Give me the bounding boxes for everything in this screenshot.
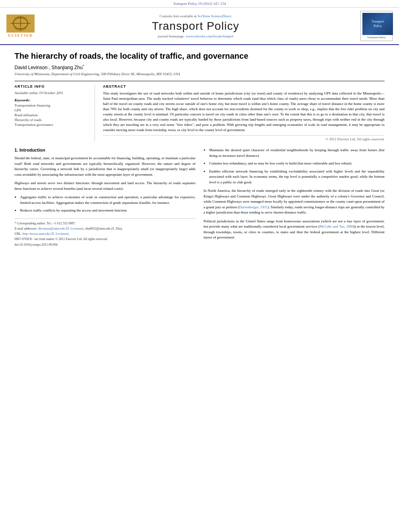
- journal-citation: Transport Policy 19 (2012) 147–154: [173, 2, 226, 6]
- tp-logo-box: TransportPolicy Transport Policy: [360, 11, 393, 41]
- authors: David Levinson , Shanjiang Zhu*: [14, 64, 385, 70]
- homepage-link[interactable]: www.elsevier.com/locate/tranpol: [186, 34, 233, 38]
- intro-para2: Highways and streets serve two distinct …: [14, 181, 195, 191]
- affiliation: University of Minnesota, Department of C…: [14, 72, 385, 76]
- mccabe-ref[interactable]: McCabe and Tao, 2006: [319, 224, 354, 228]
- tp-logo-label: Transport Policy: [362, 36, 391, 39]
- bullet-item-2: Reduces traffic conflicts by separating …: [14, 208, 195, 214]
- bullet-item-r3: Enables efficient network financing by e…: [204, 169, 385, 185]
- bullet-item-1: Aggregates traffic to achieve economies …: [14, 195, 195, 205]
- left-bullet-list: Aggregates traffic to achieve economies …: [14, 195, 195, 214]
- keyword-3: Road utilization: [14, 113, 90, 117]
- right-column: Maintains the desired quiet character of…: [204, 148, 385, 247]
- article-info: ARTICLE INFO Available online 19 October…: [14, 84, 95, 141]
- copyright: © 2011 Elsevier Ltd. All rights reserved…: [103, 135, 385, 141]
- article-meta: ARTICLE INFO Available online 19 October…: [14, 81, 385, 141]
- keyword-5: Transportation governance: [14, 123, 90, 127]
- email-link-1[interactable]: dlevinson@umn.edu (D. Levinson),: [38, 227, 84, 230]
- tp-graphic: TransportPolicy: [362, 13, 393, 35]
- elsevier-graphic: [6, 14, 35, 33]
- footnote-star: * Corresponding author. Tel.: +1 612 532…: [14, 221, 195, 226]
- right-para2: Political jurisdictions in the United St…: [204, 219, 385, 240]
- footnotes: * Corresponding author. Tel.: +1 612 532…: [14, 218, 195, 247]
- footnote-email: E-mail addresses: dlevinson@umn.edu (D. …: [14, 226, 195, 231]
- footnote-url: URL: http://nexus.umn.edu (D. Levinson).: [14, 232, 195, 236]
- article-info-label: ARTICLE INFO: [14, 84, 90, 88]
- bullet-item-r2: Contains less redundancy, and so may be …: [204, 161, 385, 166]
- keyword-4: Hierarchy of roads: [14, 118, 90, 122]
- keyword-1: Transportation financing: [14, 103, 90, 107]
- durrenberger-ref[interactable]: Durrenberger, 1931: [239, 205, 268, 209]
- url-link[interactable]: http://nexus.umn.edu (D. Levinson).: [23, 232, 69, 236]
- intro-para1: Should the federal, state, or municipal …: [14, 156, 195, 177]
- journal-center-header: Contents lists available at SciVerse Sci…: [35, 14, 356, 38]
- tp-logo: TransportPolicy Transport Policy: [356, 11, 393, 41]
- elsevier-text: ELSEVIER: [8, 33, 33, 37]
- available-online: Available online 19 October 2011: [14, 91, 90, 95]
- elsevier-logo: ELSEVIER: [6, 14, 35, 37]
- article-title: The hierarchy of roads, the locality of …: [14, 51, 385, 61]
- journal-title: Transport Policy: [35, 20, 356, 33]
- top-bar: Transport Policy 19 (2012) 147–154: [0, 0, 399, 8]
- right-para1: In North America, the hierarchy of roads…: [204, 188, 385, 216]
- main-content: The hierarchy of roads, the locality of …: [0, 45, 399, 254]
- body-columns: 1. Introduction Should the federal, stat…: [14, 148, 385, 247]
- right-bullet-list: Maintains the desired quiet character of…: [204, 148, 385, 185]
- footnote-issn: 0967-070X/$ - see front matter © 2011 El…: [14, 237, 195, 241]
- footnote-doi: doi:10.1016/j.tranpo.2011.09.004: [14, 242, 195, 247]
- sciverse-link[interactable]: SciVerse ScienceDirect: [197, 14, 231, 18]
- abstract-section: ABSTRACT This study investigates the use…: [103, 84, 385, 141]
- left-column: 1. Introduction Should the federal, stat…: [14, 148, 195, 247]
- bullet-item-r1: Maintains the desired quiet character of…: [204, 148, 385, 158]
- abstract-text: This study investigates the use of road …: [103, 91, 385, 133]
- keyword-2: GPS: [14, 108, 90, 112]
- contents-line: Contents lists available at SciVerse Sci…: [35, 14, 356, 18]
- section1-heading: 1. Introduction: [14, 148, 195, 152]
- keywords-label: Keywords:: [14, 98, 90, 102]
- homepage-line: journal homepage: www.elsevier.com/locat…: [35, 34, 356, 38]
- journal-header: ELSEVIER Contents lists available at Sci…: [0, 8, 399, 45]
- abstract-label: ABSTRACT: [103, 84, 385, 88]
